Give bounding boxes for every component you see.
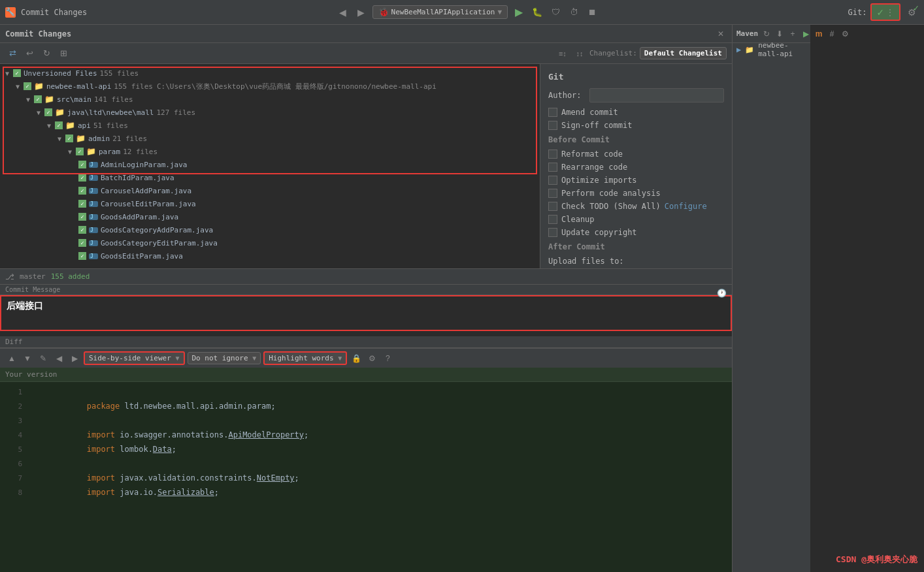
highlight-dropdown[interactable]: Highlight words ▼ — [263, 351, 347, 365]
maven-hash-btn[interactable]: # — [826, 28, 838, 40]
import-path-2: lombok. — [120, 445, 153, 454]
api-checkbox[interactable]: ✓ — [55, 121, 63, 129]
commit-message-input[interactable] — [0, 295, 732, 331]
expand-arrow: ▼ — [5, 70, 12, 77]
stop-button[interactable]: ⏹ — [585, 5, 599, 20]
after-commit-divider: After Commit — [548, 242, 724, 251]
api-folder-icon: 📁 — [65, 121, 75, 130]
list-item[interactable]: ✓ J GoodsCategoryEditParam.java — [0, 236, 540, 249]
watermark: CSDN @奥利奥夹心脆 — [836, 554, 917, 565]
list-item[interactable]: ✓ J CarouselEditParam.java — [0, 197, 540, 210]
file1-name: AdminLoginParam.java — [101, 161, 187, 169]
file4-checkbox[interactable]: ✓ — [78, 200, 86, 208]
group-btn[interactable]: ⊞ — [56, 46, 71, 61]
list-item[interactable]: ✓ J GoodsAddParam.java — [0, 210, 540, 223]
maven-sidebar: Maven ↻ ⬇ + ▶ m # ⚙ ▶ 📁 newbee-mall-api — [732, 25, 810, 572]
git-label: Git: — [848, 8, 866, 17]
line-num-8: 8 — [3, 488, 22, 497]
semicolon-3: ; — [295, 473, 299, 483]
file7-checkbox[interactable]: ✓ — [78, 239, 86, 247]
maven-download-btn[interactable]: ⬇ — [774, 28, 785, 40]
nav-back-btn[interactable]: ◀ — [336, 5, 350, 20]
list-item[interactable]: ✓ J GoodsCategoryAddParam.java — [0, 223, 540, 236]
todo-row: Check TODO (Show All) Configure — [548, 202, 724, 211]
maven-project-item[interactable]: ▶ 📁 newbee-mall-api — [733, 43, 810, 56]
ignore-dropdown[interactable]: Do not ignore ▼ — [188, 352, 261, 364]
nav-forward-btn[interactable]: ▶ — [354, 5, 369, 20]
lock-btn[interactable]: 🔒 — [350, 352, 363, 365]
maven-refresh-btn[interactable]: ↻ — [761, 28, 772, 40]
debug-button[interactable]: 🐛 — [530, 5, 544, 20]
rollback-btn[interactable]: ↩ — [22, 46, 37, 61]
javaltd-checkbox[interactable]: ✓ — [44, 108, 52, 116]
diff-fwd-btn[interactable]: ▶ — [68, 352, 81, 365]
close-btn[interactable]: ✕ — [715, 28, 727, 40]
optimize-checkbox[interactable] — [548, 176, 557, 185]
file7-name: GoodsCategoryEditParam.java — [101, 239, 218, 247]
tree-java-ltd[interactable]: ▼ ✓ 📁 java\ltd\newbee\mall 127 files — [0, 106, 540, 119]
tree-src-main[interactable]: ▼ ✓ 📁 src\main 141 files — [0, 93, 540, 106]
java-file-icon: J — [89, 201, 98, 207]
move-to-changelist-btn[interactable]: ⇄ — [5, 46, 20, 61]
tree-admin[interactable]: ▼ ✓ 📁 admin 21 files — [0, 132, 540, 145]
top-bar: 🔧 Commit Changes ◀ ▶ 🐞 NewBeeMallAPIAppl… — [0, 0, 924, 25]
analysis-checkbox[interactable] — [548, 189, 557, 198]
git-commit-box[interactable]: ✓ ⋮ — [870, 3, 900, 21]
admin-checkbox[interactable]: ✓ — [65, 135, 73, 142]
file2-checkbox[interactable]: ✓ — [78, 174, 86, 182]
diff-section-label: Diff — [0, 336, 732, 348]
file4-name: CarouselEditParam.java — [101, 200, 196, 208]
tree-project[interactable]: ▼ ✓ 📁 newbee-mall-api 155 files C:\Users… — [0, 80, 540, 93]
settings-diff-btn[interactable]: ⚙ — [365, 352, 378, 365]
cleanup-checkbox[interactable] — [548, 215, 557, 224]
project-checkbox[interactable]: ✓ — [24, 82, 31, 90]
help-btn[interactable]: ? — [381, 352, 394, 365]
file6-checkbox[interactable]: ✓ — [78, 226, 86, 234]
run-config-selector[interactable]: 🐞 NewBeeMallAPIApplication ▼ — [372, 5, 508, 19]
diff-down-btn[interactable]: ▼ — [21, 352, 34, 365]
changelist-dropdown[interactable]: Default Changelist — [640, 47, 727, 59]
semicolon-2: ; — [172, 445, 176, 454]
diff-back-btn[interactable]: ◀ — [52, 352, 65, 365]
diff-edit-btn[interactable]: ✎ — [37, 352, 50, 365]
reformat-checkbox[interactable] — [548, 150, 557, 159]
param-checkbox[interactable]: ✓ — [76, 148, 84, 155]
tree-api[interactable]: ▼ ✓ 📁 api 51 files — [0, 119, 540, 132]
list-item[interactable]: ✓ J GoodsEditParam.java — [0, 249, 540, 262]
file5-checkbox[interactable]: ✓ — [78, 213, 86, 221]
rearrange-checkbox[interactable] — [548, 163, 557, 172]
import-class-2: Data — [153, 445, 172, 454]
list-item[interactable]: ✓ J BatchIdParam.java — [0, 171, 540, 184]
maven-m-btn[interactable]: m — [813, 28, 825, 40]
list-item[interactable]: ✓ J AdminLoginParam.java — [0, 158, 540, 171]
git-author-input[interactable] — [589, 88, 724, 103]
sort-btn[interactable]: ≡↕ — [555, 46, 570, 61]
file3-checkbox[interactable]: ✓ — [78, 187, 86, 195]
maven-plus-btn[interactable]: + — [787, 28, 799, 40]
run-button[interactable]: ▶ — [512, 5, 526, 20]
file8-checkbox[interactable]: ✓ — [78, 252, 86, 260]
file1-checkbox[interactable]: ✓ — [78, 161, 86, 168]
maven-run-btn[interactable]: ▶ — [800, 28, 812, 40]
maven-title: Maven — [736, 29, 758, 38]
signoff-checkbox[interactable] — [548, 121, 557, 130]
configure-link[interactable]: Configure — [665, 202, 707, 211]
srcmain-checkbox[interactable]: ✓ — [34, 95, 42, 103]
todo-checkbox[interactable] — [548, 202, 557, 211]
coverage-button[interactable]: 🛡 — [548, 5, 563, 20]
refresh-btn[interactable]: ↻ — [39, 46, 54, 61]
copyright-checkbox[interactable] — [548, 228, 557, 237]
srcmain-count: 141 files — [94, 95, 133, 104]
filter-btn[interactable]: ↕↕ — [572, 46, 587, 61]
tree-param[interactable]: ▼ ✓ 📁 param 12 files — [0, 145, 540, 158]
unversioned-checkbox[interactable]: ✓ — [13, 69, 21, 77]
viewer-dropdown[interactable]: Side-by-side viewer ▼ — [84, 351, 185, 365]
project-arrow: ▼ — [16, 83, 22, 90]
diff-up-btn[interactable]: ▲ — [5, 352, 18, 365]
amend-checkbox[interactable] — [548, 108, 557, 117]
status-bar: ⎇ master 155 added — [0, 268, 732, 284]
list-item[interactable]: ✓ J CarouselAddParam.java — [0, 184, 540, 197]
profile-button[interactable]: ⏱ — [567, 5, 581, 20]
tree-unversioned[interactable]: ▼ ✓ Unversioned Files 155 files — [0, 67, 540, 80]
maven-settings-btn[interactable]: ⚙ — [839, 28, 851, 40]
